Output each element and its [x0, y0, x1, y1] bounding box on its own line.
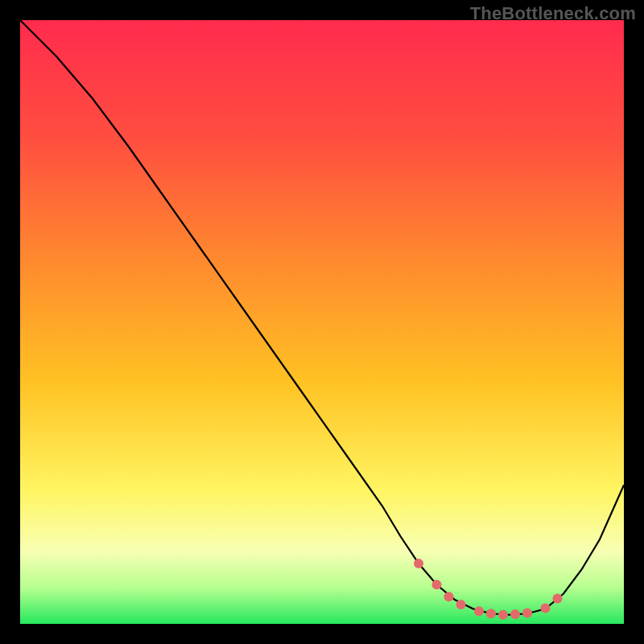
chart-plot-area — [20, 20, 624, 624]
chart-marker — [486, 609, 496, 618]
chart-svg — [20, 20, 624, 624]
chart-marker — [553, 594, 563, 604]
chart-marker — [414, 559, 423, 568]
chart-marker — [432, 580, 442, 589]
chart-marker — [444, 592, 454, 601]
chart-background — [20, 20, 624, 624]
chart-marker — [456, 600, 466, 609]
chart-marker — [522, 609, 532, 618]
chart-marker — [498, 610, 508, 620]
watermark-text: TheBottleneck.com — [470, 3, 636, 24]
chart-marker — [474, 606, 484, 616]
chart-marker — [510, 609, 520, 619]
chart-marker — [541, 604, 551, 613]
